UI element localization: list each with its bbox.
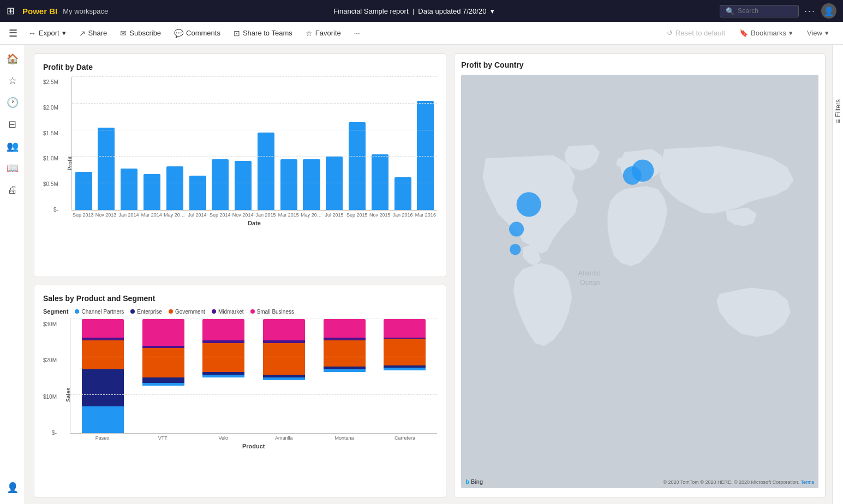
profit-bar-wrapper[interactable] [210,77,231,210]
profit-bar[interactable] [394,177,411,211]
sales-bar-wrapper[interactable] [195,319,252,433]
sales-bar-wrapper[interactable] [377,319,433,433]
stacked-segment [142,319,184,346]
stacked-bar[interactable] [82,319,124,433]
stacked-segment [324,319,366,338]
profit-bar-wrapper[interactable] [346,77,368,210]
right-panel: ≡ Filters [832,45,843,504]
profit-bar-wrapper[interactable] [301,77,322,210]
profit-x-label: May 2015 [301,212,322,218]
profit-bar[interactable] [212,159,229,210]
more-options-button[interactable]: ··· [804,5,816,17]
subscribe-button[interactable]: ✉ Subscribe [115,26,166,40]
profit-bar[interactable] [372,154,388,210]
profit-bar-wrapper[interactable] [141,77,163,210]
profit-bar[interactable] [189,176,206,210]
map-bubble-us[interactable] [509,222,524,237]
share-teams-button[interactable]: ⊡ Share to Teams [228,26,298,40]
sidebar-learn-icon[interactable]: 📖 [3,158,22,178]
profit-bar[interactable] [349,122,366,210]
sales-bar-wrapper[interactable] [75,319,131,433]
profit-bar[interactable] [258,133,274,210]
profit-bar[interactable] [121,169,137,210]
sales-bar-wrapper[interactable] [316,319,373,433]
comments-button[interactable]: 💬 Comments [169,26,226,40]
sidebar-home-icon[interactable]: 🏠 [3,49,22,69]
reset-to-default-button[interactable]: ↺ Reset to default [661,26,731,40]
view-button[interactable]: View ▾ [802,26,834,40]
profit-bar-wrapper[interactable] [96,77,117,210]
map-container[interactable]: Atlantic Ocean b Bing © 2020 TomTom © 20… [461,75,818,488]
sales-x-label: Montana [316,435,373,441]
teams-icon: ⊡ [234,29,240,38]
profit-bar-wrapper[interactable] [255,77,277,210]
profit-bar-wrapper[interactable] [324,77,345,210]
profit-bar[interactable] [303,159,320,210]
search-input[interactable] [738,7,792,15]
stacked-segment [82,369,124,406]
profit-bar[interactable] [75,172,92,210]
legend-dot-government [169,309,173,314]
toolbar-left: ☰ ↔ Export ▾ ↗ Share ✉ Subscribe 💬 Comme… [9,26,661,40]
profit-bar-wrapper[interactable] [73,77,94,210]
profit-bar-wrapper[interactable] [118,77,140,210]
sidebar-shared-icon[interactable]: 👥 [3,136,22,156]
bookmarks-icon: 🔖 [739,29,748,37]
sales-bars-area: PaseoVTTVeloAmarillaMontanaCarretera Pro… [70,319,437,450]
stacked-bar[interactable] [142,319,184,386]
profit-bar[interactable] [417,101,434,210]
map-bubble-france[interactable] [623,166,642,185]
sidebar-profile-icon[interactable]: 👤 [3,478,22,497]
profit-x-label: Jan 2015 [255,212,277,218]
data-updated-dropdown[interactable]: ▾ [491,7,494,15]
profit-bar-wrapper[interactable] [415,77,437,210]
stacked-bar[interactable] [384,319,426,370]
stacked-segment [263,343,305,375]
stacked-segment [263,319,305,340]
sales-bar-wrapper[interactable] [135,319,192,433]
stacked-segment [82,340,124,369]
profit-bar[interactable] [280,159,297,210]
search-box[interactable]: 🔍 [720,5,799,17]
stacked-bar[interactable] [263,319,305,380]
sidebar-favorites-icon[interactable]: ☆ [3,71,22,91]
profit-bar[interactable] [144,174,160,210]
map-bubble-canada[interactable] [517,192,541,217]
profit-bar-wrapper[interactable] [278,77,300,210]
stacked-segment [324,369,366,372]
filters-tab[interactable]: ≡ Filters [834,99,842,123]
profit-bar[interactable] [98,128,115,210]
map-bubble-mexico[interactable] [510,244,521,255]
profit-bar[interactable] [166,166,183,210]
workspace-label[interactable]: My workspace [63,7,108,15]
export-button[interactable]: ↔ Export ▾ [23,26,71,40]
sales-bar-wrapper[interactable] [256,319,312,433]
profit-bar-wrapper[interactable] [369,77,391,210]
legend-dot-enterprise [130,309,135,314]
stacked-segment [142,383,184,386]
sidebar-recent-icon[interactable]: 🕐 [3,93,22,112]
toolbar-more-button[interactable]: ··· [349,26,366,40]
profit-by-country-title: Profit by Country [461,61,818,69]
menu-toggle[interactable]: ☰ [9,27,17,39]
comments-icon: 💬 [174,29,183,38]
stacked-bar[interactable] [324,319,366,372]
profit-bar[interactable] [235,161,252,210]
share-button[interactable]: ↗ Share [74,26,113,40]
profit-bar-wrapper[interactable] [164,77,186,210]
terms-link[interactable]: Terms [801,479,815,485]
waffle-icon[interactable]: ⊞ [7,5,15,17]
sidebar-workspaces-icon[interactable]: 🖨 [3,180,22,200]
profit-bar-wrapper[interactable] [232,77,254,210]
stacked-bar[interactable] [202,319,244,377]
bookmarks-button[interactable]: 🔖 Bookmarks ▾ [734,26,798,40]
favorite-button[interactable]: ☆ Favorite [300,26,346,40]
left-sidebar: 🏠 ☆ 🕐 ⊟ 👥 📖 🖨 👤 [0,45,25,504]
search-icon: 🔍 [726,7,734,15]
profit-bar-wrapper[interactable] [392,77,414,210]
profit-x-label: Jan 2014 [118,212,139,218]
sidebar-apps-icon[interactable]: ⊟ [3,115,22,134]
profit-bar[interactable] [326,157,343,210]
avatar[interactable]: 👤 [821,3,836,19]
profit-bar-wrapper[interactable] [187,77,208,210]
